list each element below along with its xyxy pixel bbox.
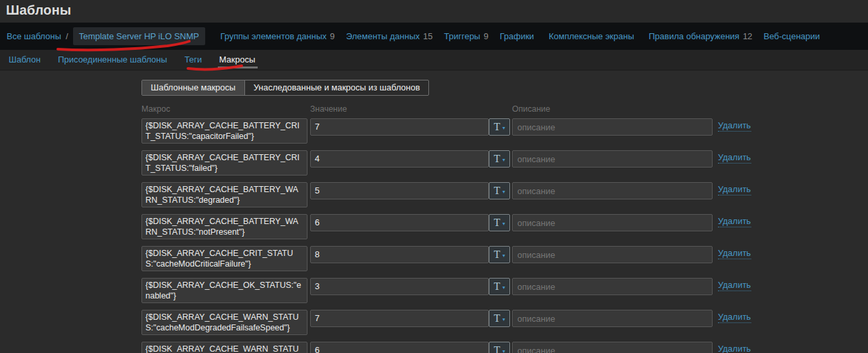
value-type-dropdown-button[interactable]: T ▾ — [489, 342, 510, 353]
macro-value-input[interactable]: 6 — [310, 214, 489, 231]
macro-name-input[interactable]: {$DISK_ARRAY_CACHE_BATTERY_WARN_STATUS:"… — [141, 182, 307, 207]
chevron-down-icon: ▾ — [502, 157, 505, 163]
value-type-dropdown-button[interactable]: T ▾ — [489, 246, 510, 263]
macro-description-input[interactable] — [512, 182, 713, 199]
macro-name-input[interactable]: {$DISK_ARRAY_CACHE_BATTERY_CRIT_STATUS:"… — [141, 150, 307, 176]
table-row: {$DISK_ARRAY_CACHE_WARN_STATUS:"cacheMod… — [0, 310, 868, 342]
macro-name-input[interactable]: {$DISK_ARRAY_CACHE_WARN_STATUS:"cacheMod… — [141, 310, 307, 335]
breadcrumb-current-template[interactable]: Template Server HP iLO SNMP — [73, 27, 205, 45]
top-nav-item-label: Элементы данных — [346, 31, 420, 41]
sub-tab-label: Теги — [185, 55, 202, 64]
inherited-macros-tab-button[interactable]: Унаследованные и макросы из шаблонов — [244, 80, 429, 95]
remove-macro-link[interactable]: Удалить — [718, 184, 751, 195]
top-nav-item[interactable]: Элементы данных15 — [346, 31, 432, 41]
value-type-dropdown-button[interactable]: T ▾ — [489, 118, 510, 136]
template-sub-tabs: Шаблон Присоединенные шаблоны Теги Макро… — [0, 50, 868, 70]
macro-name-input[interactable]: {$DISK_ARRAY_CACHE_BATTERY_CRIT_STATUS:"… — [141, 118, 307, 144]
top-nav-item[interactable]: Веб-сценарии — [764, 31, 824, 41]
macro-name-input[interactable]: {$DISK_ARRAY_CACHE_WARN_STATUS:" — [141, 342, 307, 353]
sub-tab[interactable]: Макросы — [219, 50, 255, 70]
sub-tab-label: Присоединенные шаблоны — [58, 55, 167, 64]
page-header: Шаблоны — [0, 0, 868, 23]
macro-value-input[interactable]: 7 — [310, 118, 489, 136]
macro-description-input[interactable] — [512, 118, 713, 136]
column-header-value: Значение — [310, 104, 347, 114]
value-type-dropdown-button[interactable]: T ▾ — [489, 182, 510, 199]
top-nav-item-count: 9 — [330, 31, 335, 41]
value-type-dropdown-button[interactable]: T ▾ — [489, 310, 510, 327]
remove-macro-link[interactable]: Удалить — [718, 248, 751, 259]
chevron-down-icon: ▾ — [502, 348, 505, 353]
value-type-dropdown-button[interactable]: T ▾ — [489, 150, 510, 168]
top-nav-item-label: Комплексные экраны — [549, 31, 634, 41]
table-row: {$DISK_ARRAY_CACHE_BATTERY_WARN_STATUS:"… — [0, 214, 868, 246]
chevron-down-icon: ▾ — [502, 285, 505, 291]
table-row: {$DISK_ARRAY_CACHE_BATTERY_CRIT_STATUS:"… — [0, 150, 868, 182]
top-nav-item-count: 15 — [423, 31, 432, 41]
macro-description-input[interactable] — [512, 342, 713, 353]
sub-tab[interactable]: Теги — [185, 50, 202, 70]
macro-description-input[interactable] — [512, 150, 713, 168]
table-row: {$DISK_ARRAY_CACHE_BATTERY_CRIT_STATUS:"… — [0, 118, 868, 150]
text-type-icon: T — [494, 344, 501, 353]
chevron-down-icon: ▾ — [502, 316, 505, 322]
remove-macro-link[interactable]: Удалить — [718, 312, 751, 323]
macro-value-input[interactable]: 3 — [310, 278, 489, 295]
top-nav-item-label: Группы элементов данных — [220, 31, 327, 41]
macro-description-input[interactable] — [512, 246, 713, 263]
top-nav-item-count: 12 — [742, 31, 752, 41]
page-title: Шаблоны — [6, 3, 71, 18]
remove-macro-link[interactable]: Удалить — [718, 152, 751, 164]
column-header-macro: Макрос — [141, 104, 170, 114]
remove-macro-link[interactable]: Удалить — [718, 216, 751, 227]
macro-name-input[interactable]: {$DISK_ARRAY_CACHE_BATTERY_WARN_STATUS:"… — [141, 214, 307, 239]
template-macros-tab-button[interactable]: Шаблонные макросы — [142, 80, 244, 95]
text-type-icon: T — [494, 217, 501, 229]
top-nav-item[interactable]: Графики — [499, 31, 537, 41]
top-nav-item-label: Веб-сценарии — [764, 31, 820, 41]
table-row: {$DISK_ARRAY_CACHE_WARN_STATUS:" 6 T ▾ У… — [0, 342, 868, 353]
template-object-nav: Группы элементов данных9 Элементы данных… — [209, 31, 824, 41]
value-type-dropdown-button[interactable]: T ▾ — [489, 278, 510, 295]
top-nav-item[interactable]: Группы элементов данных9 — [220, 31, 335, 41]
macro-description-input[interactable] — [512, 310, 713, 327]
remove-macro-link[interactable]: Удалить — [718, 280, 751, 291]
sub-tab-label: Шаблон — [9, 55, 41, 64]
macro-name-input[interactable]: {$DISK_ARRAY_CACHE_OK_STATUS:"enabled"} — [141, 278, 307, 303]
text-type-icon: T — [494, 249, 501, 261]
macro-table: {$DISK_ARRAY_CACHE_BATTERY_CRIT_STATUS:"… — [0, 118, 868, 353]
table-row: {$DISK_ARRAY_CACHE_BATTERY_WARN_STATUS:"… — [0, 182, 868, 214]
text-type-icon: T — [494, 281, 501, 293]
macro-value-input[interactable]: 4 — [310, 150, 489, 168]
macro-value-input[interactable]: 7 — [310, 310, 489, 327]
remove-macro-link[interactable]: Удалить — [718, 120, 751, 132]
macro-value-input[interactable]: 8 — [310, 246, 489, 263]
chevron-down-icon: ▾ — [502, 125, 505, 131]
macro-description-input[interactable] — [512, 214, 713, 231]
macro-value-input[interactable]: 5 — [310, 182, 489, 199]
breadcrumb-nav: Все шаблоны / Template Server HP iLO SNM… — [0, 23, 868, 50]
active-tab-underline — [218, 66, 258, 68]
value-type-dropdown-button[interactable]: T ▾ — [489, 214, 510, 231]
macro-name-input[interactable]: {$DISK_ARRAY_CACHE_CRIT_STATUS:"cacheMod… — [141, 246, 307, 271]
top-nav-item[interactable]: Комплексные экраны — [549, 31, 638, 41]
top-nav-item-label: Графики — [499, 31, 534, 41]
table-row: {$DISK_ARRAY_CACHE_OK_STATUS:"enabled"} … — [0, 278, 868, 310]
breadcrumb-separator: / — [66, 31, 68, 41]
chevron-down-icon: ▾ — [502, 189, 505, 195]
text-type-icon: T — [494, 153, 501, 165]
top-nav-item-label: Триггеры — [444, 31, 481, 41]
sub-tab[interactable]: Шаблон — [9, 50, 41, 70]
text-type-icon: T — [494, 121, 501, 133]
macro-value-input[interactable]: 6 — [310, 342, 489, 353]
breadcrumb-all-templates[interactable]: Все шаблоны — [7, 31, 61, 41]
sub-tab[interactable]: Присоединенные шаблоны — [58, 50, 167, 70]
chevron-down-icon: ▾ — [502, 221, 505, 227]
macro-description-input[interactable] — [512, 278, 713, 295]
macro-view-toggle: Шаблонные макросы Унаследованные и макро… — [141, 80, 429, 96]
top-nav-item[interactable]: Триггеры9 — [444, 31, 489, 41]
remove-macro-link[interactable]: Удалить — [718, 344, 751, 353]
text-type-icon: T — [494, 312, 501, 324]
table-row: {$DISK_ARRAY_CACHE_CRIT_STATUS:"cacheMod… — [0, 246, 868, 278]
top-nav-item[interactable]: Правила обнаружения12 — [649, 31, 752, 41]
